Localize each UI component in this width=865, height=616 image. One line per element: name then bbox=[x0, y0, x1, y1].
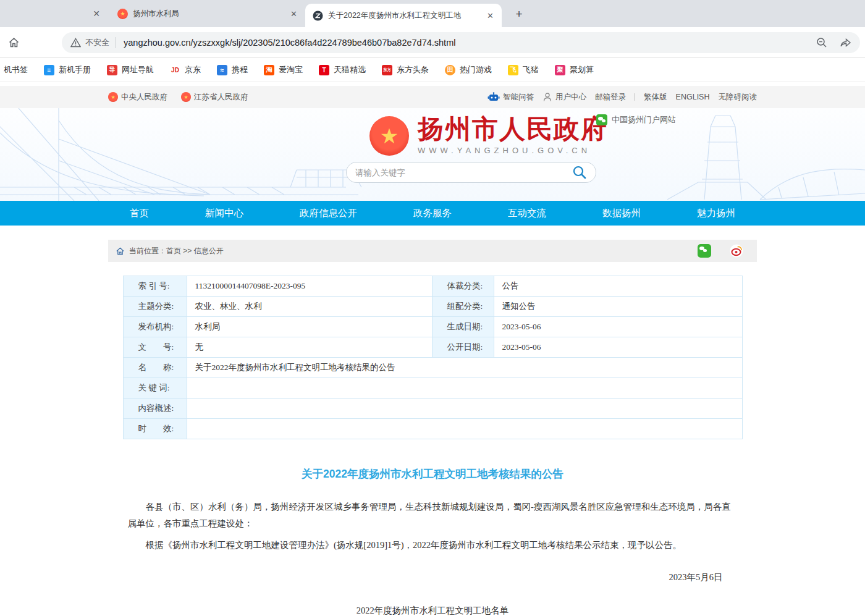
gov-emblem-favicon-icon bbox=[117, 9, 128, 19]
meta-label-genre: 体裁分类: bbox=[432, 276, 494, 297]
breadcrumb-text[interactable]: 当前位置：首页 >> 信息公开 bbox=[129, 246, 224, 256]
bookmark-label: 天猫精选 bbox=[334, 64, 366, 75]
bookmark-games[interactable]: 田 热门游戏 bbox=[445, 64, 492, 75]
url-text[interactable]: yangzhou.gov.cn/yzszxxgk/slj/202305/210c… bbox=[124, 38, 809, 48]
new-tab-button[interactable]: + bbox=[512, 7, 526, 22]
article-paragraph: 根据《扬州市水利工程文明工地建设管理办法》(扬水规[2019]1号)，2022年… bbox=[123, 537, 743, 554]
national-emblem-icon bbox=[369, 116, 409, 156]
home-icon[interactable] bbox=[116, 247, 125, 256]
bookmark-label: 爱淘宝 bbox=[279, 64, 303, 75]
article-title: 关于2022年度扬州市水利工程文明工地考核结果的公告 bbox=[123, 466, 743, 481]
link-central-government[interactable]: 中央人民政府 bbox=[108, 92, 167, 103]
english-version-link[interactable]: ENGLISH bbox=[676, 93, 710, 101]
meta-label-keywords: 关 键 词: bbox=[123, 378, 187, 399]
omnibox-divider bbox=[116, 37, 116, 48]
document-meta-table: 索 引 号: 11321000014407098E-2023-095 体裁分类:… bbox=[123, 276, 743, 439]
bookmark-jd[interactable]: JD 京东 bbox=[170, 64, 201, 75]
meta-value-topic: 农业、林业、水利 bbox=[187, 297, 432, 317]
site-header: 扬州市人民政府 WWW.YANGZHOU.GOV.CN 中国扬州门户网站 bbox=[0, 108, 865, 201]
meta-label-title: 名 称: bbox=[123, 358, 187, 378]
share-icon[interactable] bbox=[839, 36, 851, 49]
meta-value-doc-no: 无 bbox=[187, 337, 432, 358]
nav-item-data[interactable]: 数据扬州 bbox=[602, 207, 641, 220]
address-bar: 不安全 yangzhou.gov.cn/yzszxxgk/slj/202305/… bbox=[0, 27, 865, 58]
close-icon[interactable]: ✕ bbox=[485, 11, 496, 21]
meta-value-summary bbox=[187, 399, 742, 419]
close-icon[interactable]: ✕ bbox=[91, 9, 101, 19]
bookmark-manual[interactable]: ≡ 新机手册 bbox=[44, 64, 91, 75]
table-row: 发布机构: 水利局 生成日期: 2023-05-06 bbox=[123, 317, 742, 337]
bookmark-label: 京东 bbox=[185, 64, 201, 75]
user-icon bbox=[542, 92, 552, 102]
security-label: 不安全 bbox=[85, 37, 109, 48]
browser-tab-bar: ✕ 扬州市水利局 ✕ 关于2022年度扬州市水利工程文明工地 ✕ + bbox=[0, 0, 865, 27]
eastday-icon: 东方 bbox=[382, 65, 392, 75]
tab-active-announcement[interactable]: 关于2022年度扬州市水利工程文明工地 ✕ bbox=[305, 4, 502, 27]
meta-value-keywords bbox=[187, 378, 742, 399]
search-input[interactable] bbox=[355, 168, 572, 177]
traditional-label: 繁体版 bbox=[644, 92, 667, 103]
bookmark-eastday[interactable]: 东方 东方头条 bbox=[382, 64, 429, 75]
bookmark-label: 飞猪 bbox=[523, 64, 539, 75]
home-icon[interactable] bbox=[7, 36, 20, 49]
traditional-version-link[interactable]: 繁体版 bbox=[644, 92, 667, 103]
bookmark-nav-site[interactable]: 导 网址导航 bbox=[107, 64, 154, 75]
nav-site-icon: 导 bbox=[107, 65, 117, 75]
close-icon[interactable]: ✕ bbox=[289, 9, 299, 19]
bookmark-ctrip[interactable]: ≈ 携程 bbox=[217, 64, 248, 75]
mail-login-link[interactable]: 邮箱登录 bbox=[595, 92, 626, 103]
share-wechat-icon[interactable] bbox=[698, 244, 711, 258]
meta-label-agency: 发布机构: bbox=[123, 317, 187, 337]
bookmark-juhuasuan[interactable]: 聚 聚划算 bbox=[555, 64, 594, 75]
robot-icon bbox=[487, 92, 500, 103]
nav-item-charm[interactable]: 魅力扬州 bbox=[697, 207, 735, 220]
search-icon[interactable] bbox=[572, 165, 587, 180]
nav-item-news[interactable]: 新闻中心 bbox=[205, 207, 243, 220]
nav-item-home[interactable]: 首页 bbox=[130, 207, 149, 220]
wechat-icon bbox=[596, 114, 607, 125]
meta-label-validity: 时 效: bbox=[123, 419, 187, 439]
table-row: 文 号: 无 公开日期: 2023-05-06 bbox=[123, 337, 742, 358]
bookmark-aitaobao[interactable]: 淘 爱淘宝 bbox=[264, 64, 303, 75]
tab-shuiliju[interactable]: 扬州市水利局 ✕ bbox=[110, 0, 305, 27]
nav-item-info-disclosure[interactable]: 政府信息公开 bbox=[300, 207, 357, 220]
hot-games-icon: 田 bbox=[445, 65, 455, 75]
smart-qa-label: 智能问答 bbox=[503, 92, 534, 103]
bookmark-label: 机书签 bbox=[4, 64, 28, 75]
bookmark-tmall[interactable]: T 天猫精选 bbox=[319, 64, 366, 75]
site-name: 扬州市人民政府 bbox=[418, 116, 608, 142]
link-jiangsu-government[interactable]: 江苏省人民政府 bbox=[181, 92, 248, 103]
share-weibo-icon[interactable] bbox=[730, 244, 743, 258]
meta-value-agency: 水利局 bbox=[187, 317, 432, 337]
meta-value-created-date: 2023-05-06 bbox=[494, 317, 742, 337]
nav-item-services[interactable]: 政务服务 bbox=[413, 207, 452, 220]
meta-value-validity bbox=[187, 419, 742, 439]
portal-wechat-tag[interactable]: 中国扬州门户网站 bbox=[596, 114, 676, 125]
user-center-link[interactable]: 用户中心 bbox=[542, 92, 586, 103]
accessibility-link[interactable]: 无障碍阅读 bbox=[719, 92, 757, 103]
warning-triangle-icon[interactable] bbox=[70, 38, 81, 48]
site-logo[interactable]: 扬州市人民政府 WWW.YANGZHOU.GOV.CN bbox=[369, 116, 608, 156]
table-row: 名 称: 关于2022年度扬州市水利工程文明工地考核结果的公告 bbox=[123, 358, 742, 378]
nav-item-interaction[interactable]: 互动交流 bbox=[508, 207, 546, 220]
table-row: 时 效: bbox=[123, 419, 742, 439]
article-date: 2023年5月6日 bbox=[123, 572, 743, 583]
bookmark-phone-bookmarks[interactable]: 机书签 bbox=[0, 64, 28, 75]
article-paragraph: 各县（市、区）水利（务）局，扬州经济开发区城乡事务管理局，生态科技新城规划建设局… bbox=[123, 499, 743, 532]
divider bbox=[635, 93, 635, 101]
fliggy-pig-icon: 飞 bbox=[508, 65, 518, 75]
url-omnibox[interactable]: 不安全 yangzhou.gov.cn/yzszxxgk/slj/202305/… bbox=[62, 32, 860, 53]
meta-value-title: 关于2022年度扬州市水利工程文明工地考核结果的公告 bbox=[187, 358, 742, 378]
bookmark-label: 携程 bbox=[232, 64, 248, 75]
page-content: 当前位置：首页 >> 信息公开 索 引 号: 11321000014407098… bbox=[108, 240, 757, 616]
tab-title: 关于2022年度扬州市水利工程文明工地 bbox=[328, 11, 479, 21]
gov-emblem-icon bbox=[181, 92, 191, 102]
smart-qa-link[interactable]: 智能问答 bbox=[487, 92, 534, 103]
bookmark-fliggy[interactable]: 飞 飞猪 bbox=[508, 64, 539, 75]
meta-label-topic: 主题分类: bbox=[123, 297, 187, 317]
taobao-icon: 淘 bbox=[264, 65, 274, 75]
article-body: 关于2022年度扬州市水利工程文明工地考核结果的公告 各县（市、区）水利（务）局… bbox=[123, 466, 743, 616]
browser-logo-icon bbox=[313, 11, 323, 21]
meta-value-group: 通知公告 bbox=[494, 297, 742, 317]
zoom-out-icon[interactable] bbox=[816, 36, 828, 49]
